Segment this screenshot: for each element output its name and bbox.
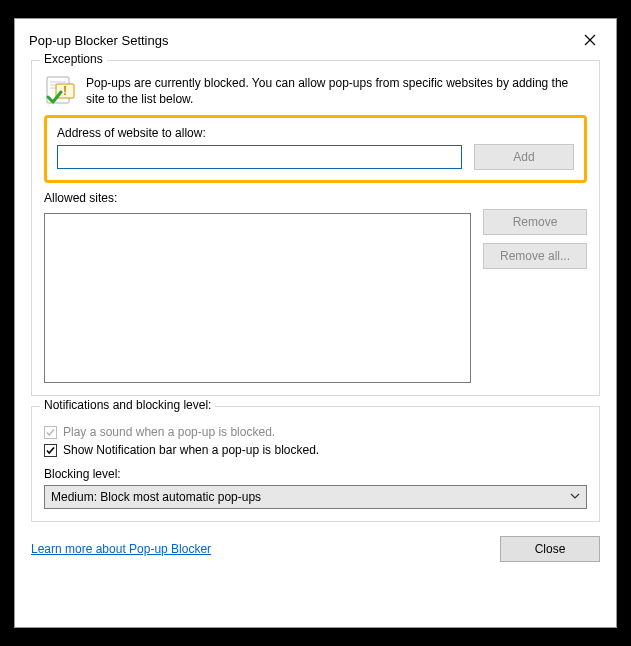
blocking-level-value: Medium: Block most automatic pop-ups bbox=[51, 490, 261, 504]
dialog-window: Pop-up Blocker Settings Exceptions ! bbox=[14, 18, 617, 628]
dialog-footer: Learn more about Pop-up Blocker Close bbox=[31, 536, 600, 562]
svg-text:!: ! bbox=[63, 84, 67, 98]
window-title: Pop-up Blocker Settings bbox=[29, 33, 168, 48]
learn-more-link[interactable]: Learn more about Pop-up Blocker bbox=[31, 542, 211, 556]
exceptions-group: Exceptions ! Pop-ups are currently block… bbox=[31, 60, 600, 396]
show-bar-checkbox[interactable] bbox=[44, 444, 57, 457]
allowed-sites-label: Allowed sites: bbox=[44, 191, 471, 205]
intro-row: ! Pop-ups are currently blocked. You can… bbox=[44, 75, 587, 107]
address-row: Add bbox=[57, 144, 574, 170]
play-sound-row: Play a sound when a pop-up is blocked. bbox=[44, 425, 587, 439]
address-input[interactable] bbox=[57, 145, 462, 169]
add-button[interactable]: Add bbox=[474, 144, 574, 170]
blocking-level-select[interactable]: Medium: Block most automatic pop-ups bbox=[44, 485, 587, 509]
show-bar-row: Show Notification bar when a pop-up is b… bbox=[44, 443, 587, 457]
allowed-section: Allowed sites: Remove Remove all... bbox=[44, 191, 587, 383]
blocking-level-label: Blocking level: bbox=[44, 467, 587, 481]
allowed-sites-list[interactable] bbox=[44, 213, 471, 383]
blocking-level-section: Blocking level: Medium: Block most autom… bbox=[44, 467, 587, 509]
close-icon[interactable] bbox=[576, 28, 604, 52]
exceptions-legend: Exceptions bbox=[40, 52, 107, 66]
intro-text: Pop-ups are currently blocked. You can a… bbox=[86, 75, 587, 107]
notifications-group: Notifications and blocking level: Play a… bbox=[31, 406, 600, 522]
play-sound-label: Play a sound when a pop-up is blocked. bbox=[63, 425, 275, 439]
dialog-content: Exceptions ! Pop-ups are currently block… bbox=[15, 60, 616, 627]
notifications-legend: Notifications and blocking level: bbox=[40, 398, 215, 412]
allowed-right: Remove Remove all... bbox=[483, 191, 587, 383]
address-highlight: Address of website to allow: Add bbox=[44, 115, 587, 183]
close-button[interactable]: Close bbox=[500, 536, 600, 562]
play-sound-checkbox bbox=[44, 426, 57, 439]
remove-all-button[interactable]: Remove all... bbox=[483, 243, 587, 269]
chevron-down-icon bbox=[570, 490, 580, 504]
popup-blocker-icon: ! bbox=[44, 75, 76, 107]
show-bar-label: Show Notification bar when a pop-up is b… bbox=[63, 443, 319, 457]
remove-button[interactable]: Remove bbox=[483, 209, 587, 235]
address-label: Address of website to allow: bbox=[57, 126, 574, 140]
allowed-left: Allowed sites: bbox=[44, 191, 471, 383]
